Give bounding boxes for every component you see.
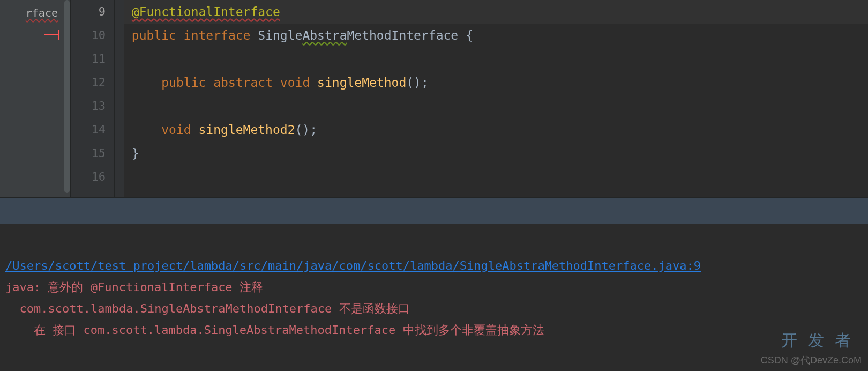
code-line-13[interactable]	[124, 94, 868, 118]
line-number[interactable]: 14	[71, 118, 106, 142]
line-gutter: 9 10 11 12 13 14 15 16	[71, 0, 115, 197]
file-tab-stub[interactable]: rface	[0, 0, 63, 197]
file-tab-label: rface	[26, 6, 58, 19]
code-line-12[interactable]: public abstract void singleMethod();	[124, 71, 868, 94]
annotation-token: @FunctionalInterface	[132, 5, 280, 19]
line-number[interactable]: 9	[71, 0, 106, 24]
line-number[interactable]: 11	[71, 47, 106, 71]
punc-token: ();	[406, 76, 429, 90]
code-editor[interactable]: @FunctionalInterface public interface Si…	[124, 0, 868, 197]
editor-pane: rface 9 10 11 12 13 14 15 16 @Functional…	[0, 0, 868, 197]
keyword-token: public	[132, 28, 176, 42]
editor-scrollbar[interactable]	[63, 0, 71, 197]
class-name-token: MethodInterface	[347, 28, 458, 42]
punc-token: ();	[295, 123, 318, 137]
error-message: java: 意外的 @FunctionalInterface 注释	[5, 280, 263, 294]
method-token: singleMethod2	[199, 123, 295, 137]
error-file-link[interactable]: /Users/scott/test_project/lambda/src/mai…	[5, 259, 701, 272]
fold-guide-icon	[118, 0, 118, 197]
code-line-11[interactable]	[124, 47, 868, 71]
brace-token: {	[466, 28, 473, 42]
keyword-token: abstract	[213, 76, 273, 90]
fold-column[interactable]	[115, 0, 124, 197]
error-message: 在 接口 com.scott.lambda.SingleAbstraMethod…	[5, 323, 544, 337]
code-line-16[interactable]	[124, 165, 868, 189]
keyword-token: interface	[184, 28, 251, 42]
class-name-token: Single	[258, 28, 302, 42]
keyword-token: void	[161, 123, 191, 137]
line-number[interactable]: 13	[71, 94, 106, 118]
method-token: singleMethod	[317, 76, 406, 90]
panel-separator[interactable]	[0, 197, 868, 224]
code-line-10[interactable]: public interface SingleAbstraMethodInter…	[124, 24, 868, 47]
brace-token: }	[132, 146, 139, 160]
line-number[interactable]: 16	[71, 165, 106, 189]
line-number[interactable]: 12	[71, 71, 106, 94]
build-output-console[interactable]: /Users/scott/test_project/lambda/src/mai…	[0, 224, 868, 371]
line-number[interactable]: 15	[71, 142, 106, 165]
code-line-9[interactable]: @FunctionalInterface	[124, 0, 868, 24]
keyword-token: void	[280, 76, 310, 90]
error-message: com.scott.lambda.SingleAbstraMethodInter…	[5, 302, 410, 315]
keyword-token: public	[161, 76, 206, 90]
line-number[interactable]: 10	[71, 24, 106, 47]
class-name-warn-token: Abstra	[302, 28, 347, 42]
code-line-14[interactable]: void singleMethod2();	[124, 118, 868, 142]
error-marker-icon	[44, 34, 59, 35]
scrollbar-thumb[interactable]	[64, 0, 70, 193]
code-line-15[interactable]: }	[124, 142, 868, 165]
